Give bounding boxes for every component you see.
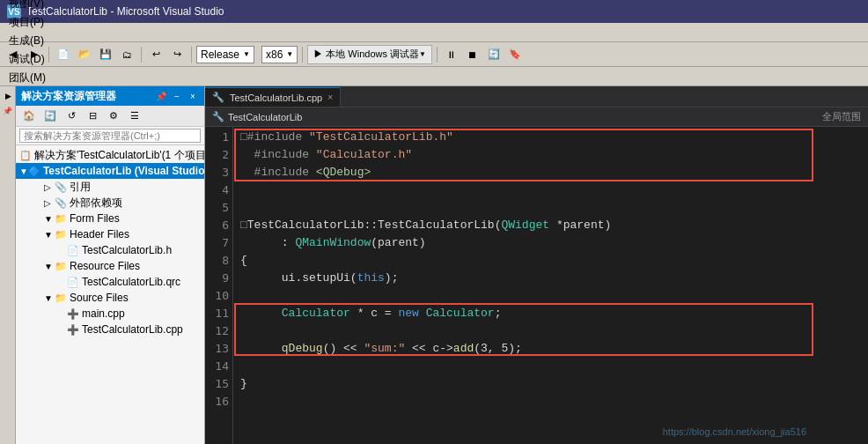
tree-expand-icon[interactable]: ▼ — [44, 230, 55, 240]
solution-tree: 📋解决方案'TestCalculatorLib'(1 个项目)▼🔷TestCal… — [16, 145, 204, 444]
tree-item[interactable]: ▷📎外部依赖项 — [16, 195, 204, 211]
config-dropdown[interactable]: Release ▼ — [196, 46, 254, 63]
tree-node-icon: 📎 — [55, 181, 67, 193]
tree-item[interactable]: ▼📁Resource Files — [16, 258, 204, 274]
code-token: * c = — [350, 305, 399, 322]
menu-item-调试(D)[interactable]: 调试(D) — [4, 50, 70, 69]
code-line: #include <QDebug> — [240, 164, 861, 181]
sep3 — [191, 47, 192, 63]
code-token: { — [240, 252, 247, 270]
code-line: qDebug() << "sum:" << c->add(3, 5); — [240, 340, 861, 358]
tree-item[interactable]: ▼📁Form Files — [16, 211, 204, 226]
right-panel-label-text: 全局范围 — [822, 111, 861, 122]
code-token: □ — [240, 217, 247, 234]
debug-btn2[interactable]: ⏹ — [463, 45, 482, 64]
code-token: ); — [385, 270, 399, 287]
panel-refresh-btn[interactable]: ↺ — [62, 107, 81, 126]
tree-item[interactable]: ➕TestCalculatorLib.cpp — [16, 322, 204, 337]
panel-home-btn[interactable]: 🏠 — [19, 107, 39, 126]
panel-title-bar: 解决方案资源管理器 📌 − × — [16, 86, 204, 106]
panel-sync-btn[interactable]: 🔄 — [40, 107, 60, 126]
tab-active[interactable]: 🔧 TestCalculatorLib.cpp × — [205, 87, 341, 107]
tree-item[interactable]: ➕main.cpp — [16, 306, 204, 322]
tree-item[interactable]: 📄TestCalculatorLib.h — [16, 242, 204, 258]
side-btn2[interactable]: 📌 — [2, 104, 14, 116]
code-editor[interactable]: 12345678910111213141516 □#include "TestC… — [205, 127, 868, 444]
tree-item[interactable]: 📄TestCalculatorLib.qrc — [16, 274, 204, 290]
tree-node-icon: 🔷 — [28, 166, 40, 177]
code-line — [240, 199, 861, 217]
bookmark-btn[interactable]: 🔖 — [505, 45, 525, 64]
panel-filter-btn[interactable]: ☰ — [125, 107, 144, 126]
code-token — [240, 164, 254, 181]
side-toolbar: ▶ 📌 — [0, 86, 16, 444]
side-btn1[interactable]: ▶ — [2, 90, 14, 102]
code-token: () << — [323, 340, 364, 358]
menu-item-团队(M)[interactable]: 团队(M) — [4, 69, 70, 87]
config-arrow: ▼ — [243, 50, 250, 58]
code-token — [240, 340, 282, 358]
tree-expand-icon[interactable]: ▼ — [44, 262, 55, 271]
tree-item[interactable]: ▼🔷TestCalculatorLib (Visual Studio 2015) — [16, 163, 204, 179]
tab-close-btn[interactable]: × — [327, 92, 333, 102]
pin-btn[interactable]: 📌 — [155, 90, 167, 102]
redo-btn[interactable]: ↪ — [167, 45, 187, 64]
code-token: << c-> — [405, 340, 453, 358]
search-input[interactable] — [19, 129, 201, 143]
platform-dropdown[interactable]: x86 ▼ — [261, 46, 298, 63]
tree-node-label: main.cpp — [82, 307, 125, 320]
tree-expand-icon[interactable]: ▼ — [44, 214, 55, 224]
menu-item-项目(P)[interactable]: 项目(P) — [4, 13, 70, 32]
breadcrumb-bar: 🔧 TestCalculatorLib 全局范围 — [205, 107, 868, 127]
sep2 — [141, 47, 142, 63]
tree-expand-icon[interactable]: ▼ — [44, 293, 55, 303]
menu-item-生成(B)[interactable]: 生成(B) — [4, 32, 70, 50]
code-line: Calculator * c = new Calculator; — [240, 305, 861, 322]
panel-collapse-btn[interactable]: ⊟ — [83, 107, 102, 126]
code-line — [240, 181, 861, 199]
code-token: <QDebug> — [316, 164, 371, 181]
tree-node-icon: ➕ — [67, 324, 79, 336]
run-btn[interactable]: ▶ 本地 Windows 调试器 ▼ — [307, 45, 432, 64]
code-token: "sum:" — [364, 340, 405, 358]
save-btn[interactable]: 💾 — [96, 45, 115, 64]
panel-title: 解决方案资源管理器 — [21, 89, 116, 104]
save-all-btn[interactable]: 🗂 — [117, 45, 136, 64]
panel-settings-btn[interactable]: ⚙ — [104, 107, 123, 126]
config-value: Release — [201, 48, 239, 61]
code-line — [240, 393, 861, 411]
tree-node-icon: 📋 — [19, 150, 32, 161]
code-token: ; — [495, 305, 502, 322]
tree-expand-icon[interactable]: ▷ — [44, 182, 55, 192]
code-line: : QMainWindow(parent) — [240, 234, 861, 252]
tree-item[interactable]: ▷📎引用 — [16, 179, 204, 195]
code-token: QMainWindow — [295, 234, 371, 252]
tree-node-label: TestCalculatorLib (Visual Studio 2015) — [43, 165, 204, 177]
minimize-btn[interactable]: − — [171, 90, 183, 102]
tree-expand-icon[interactable]: ▷ — [44, 198, 55, 208]
watermark: https://blog.csdn.net/xiong_jia516 — [663, 426, 806, 437]
tree-expand-icon[interactable]: ▼ — [19, 166, 28, 176]
tree-item[interactable]: ▼📁Source Files — [16, 290, 204, 306]
undo-btn[interactable]: ↩ — [146, 45, 166, 64]
tree-node-label: 外部依赖项 — [70, 196, 122, 211]
code-line: □TestCalculatorLib::TestCalculatorLib(QW… — [240, 217, 861, 234]
panel-controls: 📌 − × — [155, 90, 199, 102]
title-bar: VS TestCalculatorLib - Microsoft Visual … — [0, 0, 868, 23]
code-token: TestCalculatorLib::TestCalculatorLib( — [247, 217, 502, 234]
tree-item[interactable]: 📋解决方案'TestCalculatorLib'(1 个项目) — [16, 147, 204, 163]
close-panel-btn[interactable]: × — [187, 90, 199, 102]
code-token — [240, 305, 282, 322]
code-token: "TestCalculatorLib.h" — [309, 129, 453, 146]
code-line: { — [240, 252, 861, 270]
menu-bar — [0, 23, 868, 42]
open-btn[interactable]: 📂 — [75, 45, 94, 64]
main-layout: ▶ 📌 解决方案资源管理器 📌 − × 🏠 🔄 ↺ ⊟ ⚙ ☰ 📋解决方案'Te… — [0, 86, 868, 444]
code-token: (parent) — [371, 234, 425, 252]
editor-area: 🔧 TestCalculatorLib.cpp × 🔧 TestCalculat… — [205, 86, 868, 444]
menu-item-视图(V)[interactable]: 视图(V) — [4, 0, 70, 13]
debug-btn3[interactable]: 🔄 — [484, 45, 504, 64]
tree-item[interactable]: ▼📁Header Files — [16, 226, 204, 242]
debug-btn1[interactable]: ⏸ — [442, 45, 461, 64]
code-content[interactable]: □#include "TestCalculatorLib.h" #include… — [233, 127, 868, 444]
